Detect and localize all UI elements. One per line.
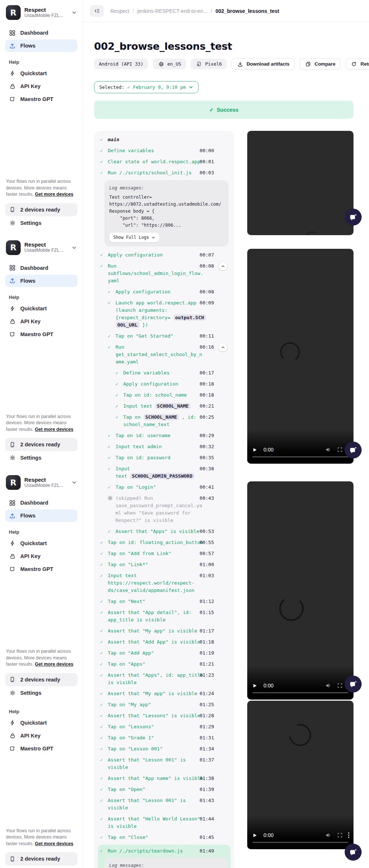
sidebar-item-maestro-gpt[interactable]: Maestro GPT (5, 742, 77, 755)
fullscreen-button[interactable] (337, 833, 342, 838)
sidebar-item-devices-ready[interactable]: 2 devices ready (5, 852, 77, 865)
workspace-switcher[interactable]: RRespectUstadMobile FZL... (5, 239, 77, 257)
run-selector[interactable]: Selected: ✓ February 9, 9:10 pm (94, 81, 199, 93)
mute-button[interactable] (325, 833, 332, 838)
sidebar-item-maestro-gpt[interactable]: Maestro GPT (5, 563, 77, 575)
sidebar-item-settings[interactable]: Settings (5, 687, 77, 699)
step-text: Tap on "My app" (108, 701, 205, 708)
video-camera-fab[interactable] (345, 676, 362, 693)
step-text: Assert that "My app" is visible (108, 627, 205, 635)
phone-icon (9, 442, 16, 447)
collapse-step-button[interactable] (219, 343, 227, 351)
test-step: ✓Tap on "Open"01:39 (100, 786, 228, 793)
test-step: ✓Define variables00:17 (115, 369, 228, 377)
sidebar-item-flows[interactable]: Flows (5, 39, 77, 52)
fullscreen-button[interactable] (337, 683, 342, 688)
sidebar-item-maestro-gpt[interactable]: Maestro GPT (5, 93, 77, 105)
sidebar-item-settings[interactable]: Settings (5, 217, 77, 229)
breadcrumb-item[interactable]: jenkins-RESPECT-end-to-en... (137, 8, 207, 14)
fullscreen-button[interactable] (337, 447, 342, 452)
check-icon: ✓ (100, 734, 108, 742)
sidebar-item-api-key[interactable]: API Key (5, 315, 77, 328)
sidebar-item-flows[interactable]: Flows (5, 509, 77, 522)
step-text: Assert that "Lesson 001" is visible (108, 797, 205, 812)
sidebar-item-settings[interactable]: Settings (5, 452, 77, 464)
sidebar-item-flows[interactable]: Flows (5, 275, 77, 287)
dashboard-icon (9, 30, 16, 36)
retry-button[interactable]: Retry (345, 58, 369, 70)
sidebar-item-api-key[interactable]: API Key (5, 80, 77, 93)
kebab-menu-button[interactable] (348, 832, 349, 838)
sidebar-item-quickstart[interactable]: Quickstart (5, 302, 77, 315)
video-player[interactable]: 0:00 (247, 481, 354, 700)
sidebar-item-dashboard[interactable]: Dashboard (5, 27, 77, 39)
sidebar-item-devices-ready[interactable]: 2 devices ready (5, 203, 77, 216)
sidebar-item-devices-ready[interactable]: 2 devices ready (5, 673, 77, 686)
workspace-meta: RespectUstadMobile FZL... (24, 477, 68, 489)
video-controls-row: 0:00 (252, 832, 349, 838)
step-text: Tap on "Open" (108, 786, 205, 793)
test-step: ✓Tap on "Add App"01:19 (100, 649, 228, 657)
sidebar-item-settings[interactable]: Settings (5, 866, 77, 868)
run-selector-prefix: Selected: (99, 84, 124, 90)
workspace-name: Respect (24, 7, 68, 13)
video-progress-bar[interactable] (252, 456, 348, 458)
video-player[interactable] (247, 131, 354, 235)
mute-button[interactable] (325, 447, 332, 452)
sidebar-item-api-key[interactable]: API Key (5, 729, 77, 742)
gear-icon (9, 455, 16, 461)
collapse-sidebar-button[interactable] (90, 5, 104, 17)
video-camera-fab[interactable] (345, 442, 362, 459)
collapse-step-button[interactable] (219, 262, 227, 270)
video-progress-bar[interactable] (252, 842, 348, 843)
video-camera-fab[interactable] (345, 209, 362, 226)
get-more-devices-link[interactable]: Get more devices (35, 841, 73, 846)
video-progress-bar[interactable] (252, 692, 348, 694)
video-player[interactable]: 0:00 (247, 249, 354, 464)
check-icon: ✓ (108, 443, 115, 450)
step-text: Assert that "Lessons" is visible (108, 712, 205, 719)
video-controls-row: 0:00 (252, 447, 349, 453)
step-timestamp: 00:41 (200, 484, 214, 491)
get-more-devices-link[interactable]: Get more devices (35, 427, 73, 432)
video-player[interactable]: 0:00 (247, 701, 354, 849)
get-more-devices-link[interactable]: Get more devices (35, 192, 73, 197)
app-root: RRespectUstadMobile FZL...DashboardFlows… (0, 0, 369, 868)
sidebar-item-dashboard[interactable]: Dashboard (5, 496, 77, 509)
compare-button[interactable]: Compare (300, 58, 341, 70)
test-step: (skipped) Run save_password_prompt_cance… (108, 495, 228, 524)
play-button[interactable] (252, 683, 257, 688)
video-camera-fab[interactable] (345, 844, 362, 861)
step-timestamp: 01:18 (200, 638, 214, 646)
video-controls: 0:00 (247, 430, 354, 464)
workspace-switcher[interactable]: RRespectUstadMobile FZL... (5, 474, 77, 491)
sidebar-item-quickstart[interactable]: Quickstart (5, 537, 77, 550)
workspace-switcher[interactable]: RRespectUstadMobile FZL... (5, 4, 77, 21)
sidebar-item-dashboard[interactable]: Dashboard (5, 262, 77, 274)
step-text: Tap on "Next" (108, 598, 205, 605)
sidebar-item-maestro-gpt[interactable]: Maestro GPT (5, 328, 77, 341)
step-text: Tap on id: floating_action_button (108, 539, 205, 546)
video-controls-row: 0:00 (252, 683, 349, 689)
sidebar-item-label: Flows (20, 278, 35, 284)
test-step: ✓Tap on id: password00:35 (108, 454, 228, 461)
log-lines: Test controller= https://8072.ustadtesti… (109, 194, 224, 229)
badge-android-api-33-: Android (API 33) (94, 59, 148, 69)
test-step: ✓Run get_started_select_school_by_name.y… (108, 344, 228, 366)
sidebar-item-label: Quickstart (20, 540, 47, 546)
download-artifacts-button[interactable]: Download artifacts (231, 58, 294, 70)
breadcrumb-item[interactable]: Respect (110, 8, 129, 14)
step-timestamp: 00:18 (200, 380, 214, 388)
play-button[interactable] (252, 447, 257, 452)
show-full-logs-button[interactable]: Show Full Logs (109, 233, 159, 242)
sidebar-block: RRespectUstadMobile FZL...DashboardFlows… (5, 239, 77, 464)
play-button[interactable] (252, 833, 257, 838)
sidebar-item-api-key[interactable]: API Key (5, 550, 77, 562)
sidebar-item-quickstart[interactable]: Quickstart (5, 717, 77, 729)
mute-button[interactable] (325, 683, 332, 688)
get-more-devices-link[interactable]: Get more devices (35, 662, 73, 667)
sidebar-item-quickstart[interactable]: Quickstart (5, 67, 77, 80)
video-body: 0:00 (247, 249, 354, 464)
check-icon: ✓ (100, 262, 108, 285)
sidebar-item-devices-ready[interactable]: 2 devices ready (5, 438, 77, 451)
